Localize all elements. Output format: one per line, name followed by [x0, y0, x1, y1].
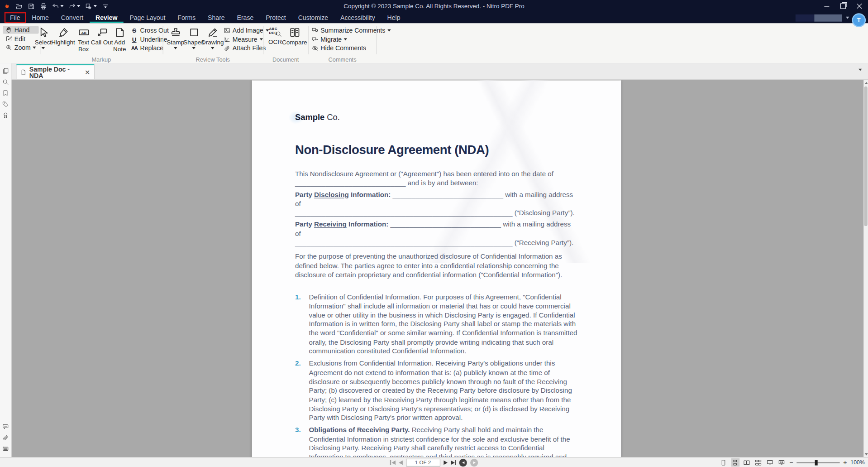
pdf-page[interactable]: Sample Co. Non-Disclosure Agreement (NDA…: [252, 80, 621, 457]
menu-forms[interactable]: Forms: [172, 12, 202, 23]
next-page-icon: [444, 460, 448, 465]
last-page-button[interactable]: [451, 460, 456, 465]
tab-close-icon[interactable]: ✕: [85, 68, 90, 76]
intro-paragraph: This Nondisclosure Agreement or ("Agreem…: [295, 169, 578, 188]
first-page-button[interactable]: [390, 460, 396, 465]
zoom-out-button[interactable]: −: [789, 458, 793, 466]
add-note-button[interactable]: Add Note: [109, 27, 131, 52]
zoom-slider-thumb[interactable]: [815, 460, 817, 465]
comments-bubbles-icon: [312, 27, 319, 34]
scroll-up-icon[interactable]: [864, 82, 868, 84]
measure-button[interactable]: Measure: [224, 36, 269, 43]
minimize-button[interactable]: [818, 0, 835, 12]
previous-page-button[interactable]: [399, 460, 403, 465]
undo-button[interactable]: [52, 3, 64, 10]
open-file-icon[interactable]: [15, 3, 23, 10]
menu-customize[interactable]: Customize: [292, 12, 334, 23]
chevron-down-icon[interactable]: [42, 47, 45, 49]
zoom-icon: [5, 44, 12, 51]
menu-help[interactable]: Help: [381, 12, 406, 23]
history-forward-button[interactable]: [470, 458, 478, 466]
menu-share[interactable]: Share: [202, 12, 231, 23]
chevron-down-icon[interactable]: [174, 47, 177, 49]
logo-bold-text: Sample: [295, 112, 324, 122]
attach-files-button[interactable]: Attach Files: [224, 45, 269, 52]
history-back-button[interactable]: [459, 458, 467, 466]
main-panel: Sample Doc - NDA ✕ Sample Co. Non-Disclo…: [12, 63, 868, 457]
presenter-view-button[interactable]: [778, 458, 786, 467]
menu-review[interactable]: Review: [90, 12, 124, 23]
highlighter-icon: [57, 27, 69, 39]
document-tab[interactable]: Sample Doc - NDA ✕: [16, 64, 95, 79]
menu-accessibility[interactable]: Accessibility: [334, 12, 382, 23]
chevron-down-icon[interactable]: [60, 5, 63, 7]
scroll-down-icon[interactable]: [864, 453, 868, 456]
hand-icon: [5, 27, 12, 34]
avatar[interactable]: T: [852, 13, 866, 27]
chevron-down-icon[interactable]: [94, 5, 97, 7]
close-icon: [857, 3, 863, 9]
menu-page-layout[interactable]: Page Layout: [124, 12, 172, 23]
highlight-button[interactable]: Highlight: [52, 27, 74, 46]
blank-field: _____________________________: [295, 179, 405, 187]
menu-convert[interactable]: Convert: [55, 12, 89, 23]
add-note-label: Add Note: [109, 39, 131, 52]
tags-panel-icon[interactable]: [2, 101, 9, 108]
continuous-view-button[interactable]: [731, 458, 739, 467]
facing-pages-view-button[interactable]: [743, 458, 751, 467]
search-input[interactable]: [796, 14, 842, 21]
text-box-icon: AB: [78, 27, 90, 39]
zoom-in-button[interactable]: +: [843, 458, 847, 466]
migrate-button[interactable]: Migrate: [312, 36, 391, 43]
continuous-view-icon: [732, 459, 739, 466]
print-icon[interactable]: [40, 3, 47, 10]
add-image-button[interactable]: Add Image: [224, 27, 269, 34]
menu-protect[interactable]: Protect: [260, 12, 292, 23]
save-icon[interactable]: [28, 3, 35, 10]
chevron-down-icon[interactable]: [387, 29, 391, 32]
chevron-down-icon[interactable]: [846, 17, 849, 19]
drawing-button[interactable]: Drawing: [201, 27, 224, 49]
chevron-down-icon[interactable]: [211, 47, 214, 49]
party-disclosing-block: Party Disclosing Information: __________…: [295, 190, 578, 217]
attach-files-label: Attach Files: [233, 45, 266, 52]
signatures-panel-icon[interactable]: [2, 112, 9, 119]
restore-icon: [840, 3, 846, 9]
chevron-down-icon[interactable]: [259, 38, 262, 40]
facing-continuous-view-button[interactable]: [754, 458, 763, 467]
party-disclosing-line2: ________________________________________…: [295, 208, 578, 217]
fullscreen-view-button[interactable]: [766, 458, 774, 467]
chevron-down-icon[interactable]: [344, 38, 347, 40]
menu-file[interactable]: File: [5, 12, 26, 23]
customize-quick-access-button[interactable]: [102, 3, 109, 10]
scrollbar-thumb[interactable]: [864, 87, 867, 226]
presenter-icon: [778, 459, 785, 466]
close-button[interactable]: [851, 0, 868, 12]
pages-panel-icon[interactable]: [2, 67, 9, 74]
document-area[interactable]: Sample Co. Non-Disclosure Agreement (NDA…: [12, 80, 868, 457]
compare-button[interactable]: Compare: [283, 27, 305, 46]
chevron-down-icon[interactable]: [77, 5, 80, 7]
single-page-view-button[interactable]: [720, 458, 728, 467]
add-image-label: Add Image: [233, 27, 263, 34]
search-panel-icon[interactable]: [2, 79, 9, 86]
bookmarks-panel-icon[interactable]: [2, 90, 9, 96]
next-page-button[interactable]: [444, 460, 448, 465]
vertical-scrollbar[interactable]: [863, 80, 868, 457]
tab-list-chevron-icon[interactable]: [858, 69, 862, 71]
comments-panel-icon[interactable]: [2, 424, 9, 430]
restore-button[interactable]: [835, 0, 852, 12]
zoom-slider[interactable]: [796, 462, 839, 463]
output-panel-icon[interactable]: [2, 445, 9, 452]
chevron-down-icon[interactable]: [192, 47, 195, 49]
page-indicator[interactable]: 1 OF 2: [406, 458, 440, 466]
document-icon: [20, 69, 26, 75]
menu-home[interactable]: Home: [26, 12, 55, 23]
hide-comments-button[interactable]: Hide Comments: [312, 45, 391, 52]
attachments-panel-icon[interactable]: [2, 434, 9, 441]
pointer-tool-button[interactable]: [85, 3, 97, 10]
redo-button[interactable]: [69, 3, 81, 10]
review-tools-small-column: Add Image Measure Attach Files: [224, 27, 269, 52]
menu-erase[interactable]: Erase: [231, 12, 260, 23]
summarize-comments-button[interactable]: Summarize Comments: [312, 27, 391, 34]
